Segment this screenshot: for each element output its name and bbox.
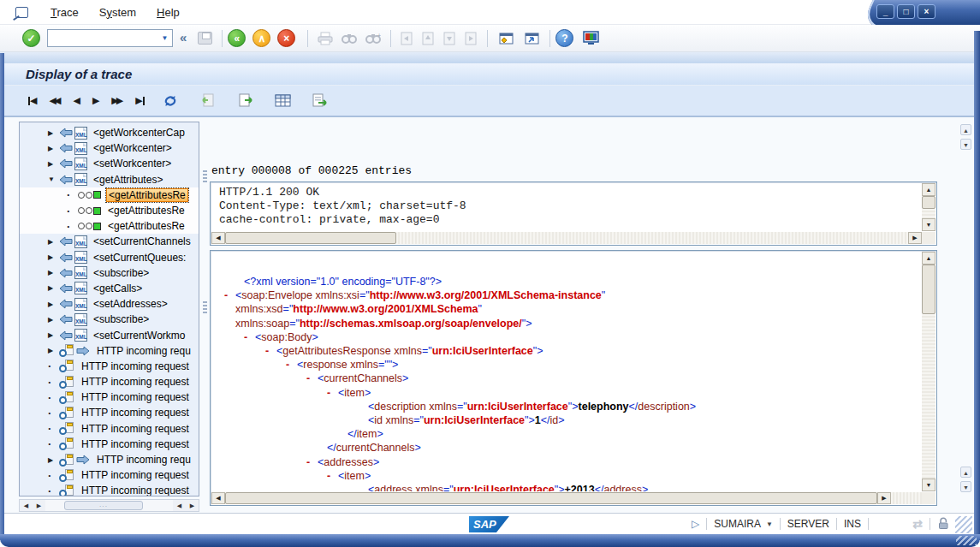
tree-hscroll-left-button[interactable]: ◀ xyxy=(20,500,33,511)
tree-hscroll-right2-button[interactable]: ▶ xyxy=(186,500,199,511)
tree-item-label[interactable]: HTTP incoming request xyxy=(80,407,191,419)
create-shortcut-button[interactable] xyxy=(523,32,540,45)
expander-icon[interactable]: ▶ xyxy=(48,316,59,324)
tree-item[interactable]: ▶XML<setWorkcenter> xyxy=(20,156,199,171)
scroll-down-button[interactable]: ▼ xyxy=(922,479,935,491)
last-page-button[interactable] xyxy=(465,32,478,45)
collapse-marker-icon[interactable]: - xyxy=(244,330,255,344)
refresh-button[interactable] xyxy=(162,93,179,109)
command-field[interactable] xyxy=(48,31,157,45)
tree-hscroll-left2-button[interactable]: ◀ xyxy=(173,500,186,511)
first-page-button[interactable] xyxy=(401,32,413,45)
system-menu-icon[interactable] xyxy=(15,7,28,18)
collapse-marker-icon[interactable]: - xyxy=(224,288,235,302)
help-button[interactable]: ? xyxy=(555,29,573,47)
tree-item[interactable]: ▶XML<subscribe> xyxy=(20,265,199,281)
expander-icon[interactable]: ▶ xyxy=(48,284,59,292)
previous-block-button[interactable]: ◀◀ xyxy=(49,95,58,106)
first-record-button[interactable]: ◀ xyxy=(28,95,37,106)
tree-item[interactable]: ▶XML<setCurrentChannels xyxy=(20,234,199,249)
tree-item-label[interactable]: <getAttributesRe xyxy=(106,220,187,232)
tree-item-label[interactable]: <setCurrentChannels xyxy=(92,235,193,247)
collapse-toolbar-icon[interactable]: « xyxy=(180,30,187,45)
http-vertical-scrollbar[interactable]: ▲ ▼ xyxy=(922,183,935,231)
tree-item[interactable]: ·<getAttributesRe xyxy=(20,187,199,203)
tree-item[interactable]: ▶XML<setCurrentWorkmo xyxy=(20,327,199,342)
expander-icon[interactable]: ▶ xyxy=(48,347,59,354)
enter-button[interactable]: ✓ xyxy=(22,29,40,47)
expander-icon[interactable]: ▶ xyxy=(48,456,59,464)
tree-item-label[interactable]: <setCurrentQueues: xyxy=(92,252,187,264)
tree-item-label[interactable]: <getAttributes> xyxy=(92,174,164,186)
import-entry-button[interactable] xyxy=(199,93,217,108)
tree-hscroll-right-button[interactable]: ▶ xyxy=(33,500,45,511)
tree-item-label-selected[interactable]: <getAttributesRe xyxy=(106,188,188,202)
scroll-left-button[interactable]: ◀ xyxy=(211,492,225,504)
export-entry-button[interactable] xyxy=(237,93,254,108)
collapse-marker-icon[interactable]: - xyxy=(286,358,297,372)
expander-icon[interactable]: ▶ xyxy=(48,253,59,261)
tree-item-label[interactable]: HTTP incoming request xyxy=(80,485,191,496)
tree-item[interactable]: ▶XML<setAddresses> xyxy=(20,296,199,312)
maximize-button[interactable]: □ xyxy=(897,4,915,19)
expander-icon[interactable]: ▶ xyxy=(48,238,59,246)
cancel-button[interactable]: × xyxy=(277,29,295,47)
customize-layout-button[interactable] xyxy=(583,31,600,45)
scroll-left-button[interactable]: ◀ xyxy=(211,232,225,244)
tree-item[interactable]: ·HTTP incoming request xyxy=(20,359,199,374)
xml-vertical-scrollbar[interactable]: ▲ ▼ xyxy=(922,252,935,491)
previous-page-button[interactable] xyxy=(422,32,435,45)
tree-item-label[interactable]: HTTP incoming request xyxy=(80,360,191,372)
menu-item-trace[interactable]: Trace xyxy=(40,3,89,22)
tree-item[interactable]: ·HTTP incoming request xyxy=(20,437,199,452)
tree-item-label[interactable]: <getWorkcenterCap xyxy=(92,127,187,139)
scroll-up-button[interactable]: ▲ xyxy=(922,183,935,196)
tree-item[interactable]: ▶XML<getCalls> xyxy=(20,281,199,296)
scroll-right-button[interactable]: ▶ xyxy=(908,232,922,244)
collapse-marker-icon[interactable]: - xyxy=(306,372,318,385)
splitter-grip[interactable] xyxy=(203,301,207,315)
exit-button[interactable]: ∧ xyxy=(252,29,270,47)
save-to-file-button[interactable] xyxy=(312,93,329,108)
tree-item-label[interactable]: <subscribe> xyxy=(92,313,151,325)
scroll-thumb[interactable] xyxy=(225,492,877,504)
expander-icon[interactable]: ▼ xyxy=(48,175,59,183)
tree-item-label[interactable]: <setWorkcenter> xyxy=(92,158,173,169)
menu-item-system[interactable]: System xyxy=(89,3,146,22)
save-button[interactable] xyxy=(198,32,212,45)
http-horizontal-scrollbar[interactable]: ◀ ▶ xyxy=(211,232,922,244)
scroll-thumb[interactable] xyxy=(922,196,935,209)
scroll-thumb[interactable] xyxy=(922,265,935,314)
xml-horizontal-scrollbar[interactable]: ◀ ▶ xyxy=(211,492,922,504)
tree-item-label[interactable]: HTTP incoming requ xyxy=(95,345,193,357)
expander-icon[interactable]: ▶ xyxy=(48,331,59,339)
scroll-thumb[interactable] xyxy=(225,232,396,244)
splitter-grip[interactable] xyxy=(203,170,207,184)
menu-item-help[interactable]: Help xyxy=(146,3,190,22)
new-session-button[interactable] xyxy=(497,32,514,45)
tree-item[interactable]: ·HTTP incoming request xyxy=(20,421,199,437)
collapse-marker-icon[interactable]: - xyxy=(306,455,318,469)
collapse-marker-icon[interactable]: - xyxy=(265,344,276,358)
next-page-button[interactable] xyxy=(443,32,456,45)
tree-horizontal-scrollbar[interactable]: ◀ ▶ ··· ◀ ▶ xyxy=(19,499,199,512)
scroll-up-button[interactable]: ▲ xyxy=(922,252,935,265)
scroll-down-button[interactable]: ▼ xyxy=(922,218,935,231)
tree-item[interactable]: ▶HTTP incoming requ xyxy=(20,452,199,467)
command-field-dropdown-icon[interactable]: ▼ xyxy=(157,30,172,46)
find-button[interactable] xyxy=(342,33,357,45)
tree-item[interactable]: ·HTTP incoming request xyxy=(20,389,199,405)
tree-item-label[interactable]: <getAttributesRe xyxy=(106,205,187,217)
find-next-button[interactable]: + xyxy=(365,33,381,45)
close-button[interactable]: × xyxy=(918,4,935,19)
expander-icon[interactable]: ▶ xyxy=(48,300,59,308)
tree-item[interactable]: ▶XML<setCurrentQueues: xyxy=(20,250,199,265)
print-button[interactable] xyxy=(318,32,333,45)
minimize-button[interactable]: _ xyxy=(876,4,894,19)
status-user-name[interactable]: SUMAIRA xyxy=(714,518,761,530)
tree-hscroll-thumb[interactable]: ··· xyxy=(64,501,143,510)
tree-item-label[interactable]: HTTP incoming request xyxy=(80,376,191,388)
tree-item[interactable]: ·<getAttributesRe xyxy=(20,203,199,218)
tree-item[interactable]: ▶XML<getWorkcenter> xyxy=(20,140,199,156)
tree-item-label[interactable]: HTTP incoming request xyxy=(80,391,191,403)
